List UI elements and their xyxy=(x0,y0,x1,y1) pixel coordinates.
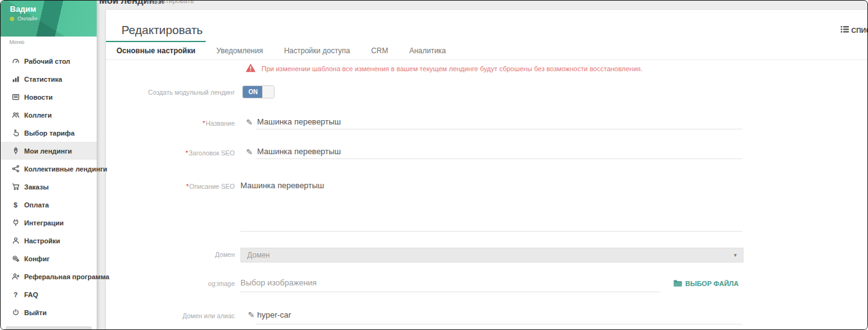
toggle-knob xyxy=(262,86,274,98)
tab-bar: Основные настройкиУведомленияНастройки д… xyxy=(106,41,868,60)
user-card[interactable]: Вадим Онлайн xyxy=(1,1,97,37)
sidebar-item-label: Рабочий стол xyxy=(24,58,70,65)
seo-title-input[interactable]: Машинка перевертыш xyxy=(257,147,341,156)
users-icon xyxy=(9,111,22,119)
user-icon xyxy=(9,237,22,245)
sidebar-item[interactable]: Мои лендинги xyxy=(1,142,97,160)
tab[interactable]: Аналитика xyxy=(398,41,456,59)
question-icon: ? xyxy=(9,291,22,298)
chevron-down-icon: ▾ xyxy=(734,252,737,258)
user-name: Вадим xyxy=(10,4,36,14)
dashboard-icon xyxy=(9,57,22,65)
user-plus-icon xyxy=(9,272,22,280)
edit-pencil-icon: ✎ xyxy=(246,118,253,127)
edit-pencil-icon: ✎ xyxy=(246,147,253,157)
sidebar-item-label: Конфиг xyxy=(24,255,50,263)
tab[interactable]: Настройки доступа xyxy=(273,41,361,59)
sidebar-item[interactable]: $Оплата xyxy=(1,196,97,214)
required-mark: * xyxy=(185,149,188,157)
sidebar-item-label: Выбор тарифа xyxy=(24,129,74,137)
sidebar: Вадим Онлайн Меню Рабочий столСтатистика… xyxy=(1,1,97,330)
sidebar-item-label: Интеграции xyxy=(24,219,64,227)
input-underline xyxy=(256,324,742,324)
sidebar-item-label: FAQ xyxy=(24,291,38,298)
required-mark: * xyxy=(203,119,205,127)
sidebar-item[interactable]: Рабочий стол xyxy=(1,52,97,70)
og-image-input[interactable]: Выбор изображения xyxy=(240,278,317,287)
hand-pointer-icon xyxy=(9,129,22,137)
sidebar-item[interactable]: Конфиг xyxy=(1,250,97,267)
list-link[interactable]: СПИСОК xyxy=(841,26,868,34)
choose-file-label: ВЫБОР ФАЙЛА xyxy=(685,280,739,287)
card-title: Редактировать xyxy=(121,24,203,37)
sidebar-item-label: Новости xyxy=(24,93,53,101)
app-window: Вадим Онлайн Меню Рабочий столСтатистика… xyxy=(0,0,868,330)
sidebar-item[interactable]: Интеграции xyxy=(1,214,97,232)
tab[interactable]: Уведомления xyxy=(206,41,273,59)
status-label: Онлайн xyxy=(17,15,37,22)
list-icon xyxy=(841,26,849,34)
sidebar-item-label: Настройки xyxy=(24,237,60,245)
seo-description-textarea[interactable]: Машинка перевертыш xyxy=(240,181,742,230)
page-header: Мои лендинги Редактировать xyxy=(97,1,867,10)
domain-select-placeholder: Домен xyxy=(247,251,270,259)
input-underline xyxy=(256,129,742,129)
gears-icon xyxy=(9,254,22,263)
sidebar-item-label: Коллективные лендинги xyxy=(24,165,107,173)
tab[interactable]: CRM xyxy=(361,41,398,59)
name-input[interactable]: Машинка перевертыш xyxy=(257,117,341,126)
modular-landing-toggle[interactable]: ON xyxy=(242,85,274,98)
sidebar-item-label: Мои лендинги xyxy=(24,147,72,155)
bar-chart-icon xyxy=(9,75,22,83)
sidebar-item[interactable]: Реферальная программа xyxy=(1,267,97,285)
sidebar-item-label: Выйти xyxy=(24,309,46,316)
sidebar-item[interactable]: Выбор тарифа xyxy=(1,124,97,142)
sidebar-item[interactable]: Коллеги xyxy=(1,106,97,124)
sidebar-item[interactable]: ?FAQ xyxy=(1,285,97,303)
sidebar-item[interactable]: Выйти xyxy=(1,303,97,321)
warning-icon xyxy=(245,63,256,75)
domain-select[interactable]: Домен ▾ xyxy=(240,248,743,263)
breadcrumb: Редактировать xyxy=(147,1,194,4)
sidebar-item-label: Статистика xyxy=(24,76,63,83)
folder-icon xyxy=(673,279,682,288)
sidebar-item-label: Реферальная программа xyxy=(24,273,109,280)
sidebar-item[interactable]: Новости xyxy=(1,88,97,106)
sidebar-item[interactable]: Заказы xyxy=(1,178,97,196)
share-icon xyxy=(9,165,22,173)
dollar-icon: $ xyxy=(9,201,22,209)
plug-icon xyxy=(9,219,22,227)
power-icon xyxy=(9,308,22,316)
input-underline xyxy=(256,158,742,159)
news-icon xyxy=(9,93,22,101)
user-status: Онлайн xyxy=(10,15,37,22)
sidebar-item-label: Оплата xyxy=(24,201,49,209)
input-underline xyxy=(240,292,660,292)
landing-rocket-icon xyxy=(9,147,22,155)
sidebar-item[interactable]: Статистика xyxy=(1,70,97,88)
alias-input[interactable]: hyper-car xyxy=(257,310,291,319)
toggle-on-label: ON xyxy=(243,86,263,98)
sidebar-item-label: Заказы xyxy=(24,183,49,191)
warning-text: При изменении шаблона все изменения в ва… xyxy=(261,63,642,72)
sidebar-item-label: Коллеги xyxy=(24,111,51,119)
required-mark: * xyxy=(186,183,189,190)
tab[interactable]: Основные настройки xyxy=(106,41,206,59)
cart-icon xyxy=(9,183,22,191)
sidebar-menu: Рабочий столСтатистикаНовостиКоллегиВыбо… xyxy=(1,52,97,321)
list-link-label: СПИСОК xyxy=(851,27,868,34)
edit-pencil-icon: ✎ xyxy=(248,310,255,319)
sidebar-item[interactable]: Коллективные лендинги xyxy=(1,160,97,178)
warning-banner: При изменении шаблона все изменения в ва… xyxy=(245,63,642,75)
sidebar-item[interactable]: Настройки xyxy=(1,232,97,250)
choose-file-button[interactable]: ВЫБОР ФАЙЛА xyxy=(673,279,739,288)
menu-section-label: Меню xyxy=(9,39,24,45)
sidebar-banner xyxy=(6,326,92,330)
textarea-underline xyxy=(240,231,742,232)
online-status-icon xyxy=(10,17,14,21)
